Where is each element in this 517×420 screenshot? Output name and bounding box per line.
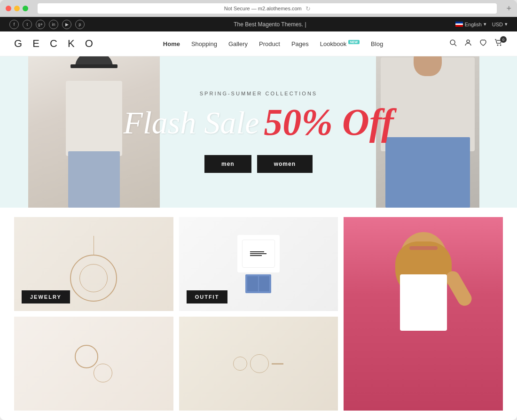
top-bar: f t g+ in ▶ p The Best Magento Themes. |… [0, 17, 517, 31]
account-icon[interactable] [464, 39, 472, 48]
maximize-button[interactable] [23, 6, 28, 11]
youtube-icon[interactable]: ▶ [62, 20, 71, 29]
nav-links: Home Shopping Gallery Product Pages Look… [163, 40, 383, 47]
hero-subtitle: SPRING-SUMMER COLLECTIONS [123, 91, 393, 96]
language-label: English [465, 22, 482, 27]
jewelry-circle [70, 255, 117, 302]
language-selector[interactable]: English ▾ [455, 21, 486, 27]
reload-icon[interactable]: ↻ [306, 5, 311, 12]
product-card-small1[interactable] [14, 317, 173, 411]
product-card-outfit[interactable]: OUTFIT [179, 217, 338, 311]
hero-buttons: men women [123, 155, 393, 173]
nav-pages[interactable]: Pages [291, 40, 309, 47]
nav-lookbook[interactable]: Lookbook NEW [320, 40, 360, 47]
svg-point-4 [500, 45, 501, 46]
language-chevron: ▾ [484, 21, 486, 27]
jewelry-inner [79, 264, 108, 292]
browser-titlebar: Not Secure — m2.alothemes.com ↻ + [0, 0, 517, 17]
site-logo[interactable]: G E C K O [14, 38, 97, 50]
new-badge: NEW [348, 40, 360, 44]
browser-content: f t g+ in ▶ p The Best Magento Themes. |… [0, 17, 517, 420]
product-card-jewelry[interactable]: JEWELRY [14, 217, 173, 311]
hero-section: SPRING-SUMMER COLLECTIONS Flash Sale 50%… [0, 56, 517, 208]
svg-line-1 [454, 44, 456, 46]
nav-gallery[interactable]: Gallery [228, 40, 248, 47]
hero-title-part1: Flash Sale [123, 107, 259, 139]
facebook-icon[interactable]: f [9, 20, 19, 29]
flag-icon [455, 22, 463, 27]
social-icons: f t g+ in ▶ p [9, 20, 85, 29]
url-text: Not Secure — m2.alothemes.com [224, 6, 302, 11]
jewelry-label: JEWELRY [22, 290, 70, 303]
twitter-icon[interactable]: t [23, 20, 32, 29]
pinterest-icon[interactable]: p [75, 20, 85, 29]
address-bar[interactable]: Not Secure — m2.alothemes.com ↻ [38, 3, 497, 14]
currency-selector[interactable]: USD ▾ [492, 21, 508, 27]
men-button[interactable]: men [204, 155, 251, 173]
navbar: G E C K O Home Shopping Gallery Product … [0, 31, 517, 56]
cart-icon[interactable]: 0 [494, 39, 503, 48]
nav-shopping[interactable]: Shopping [191, 40, 217, 47]
nav-home[interactable]: Home [163, 40, 180, 47]
currency-label: USD [492, 22, 503, 27]
product-card-small2[interactable] [179, 317, 338, 411]
close-button[interactable] [6, 6, 11, 11]
outfit-label: OUTFIT [187, 290, 228, 303]
svg-point-3 [497, 45, 499, 46]
hero-title-part2: 50% Off [264, 101, 393, 144]
hero-text: SPRING-SUMMER COLLECTIONS Flash Sale 50%… [123, 91, 393, 173]
nav-icons: 0 [449, 39, 503, 48]
currency-chevron: ▾ [505, 21, 508, 27]
search-icon[interactable] [449, 39, 457, 48]
instagram-icon[interactable]: in [49, 20, 58, 29]
new-tab-button[interactable]: + [506, 4, 511, 13]
product-grid: JEWELRY [0, 208, 517, 420]
google-plus-icon[interactable]: g+ [36, 20, 45, 29]
nav-product[interactable]: Product [259, 40, 280, 47]
women-button[interactable]: women [257, 155, 313, 173]
cart-count: 0 [500, 36, 507, 43]
nav-blog[interactable]: Blog [371, 40, 383, 47]
announcement-text: The Best Magento Themes. | [234, 21, 306, 28]
traffic-lights [6, 6, 28, 11]
top-right-controls: English ▾ USD ▾ [455, 21, 508, 27]
product-card-woman[interactable] [344, 217, 503, 411]
wishlist-icon[interactable] [479, 39, 487, 48]
svg-point-2 [467, 40, 470, 43]
minimize-button[interactable] [14, 6, 20, 11]
svg-point-0 [450, 40, 455, 45]
shirt-shape [237, 235, 280, 272]
